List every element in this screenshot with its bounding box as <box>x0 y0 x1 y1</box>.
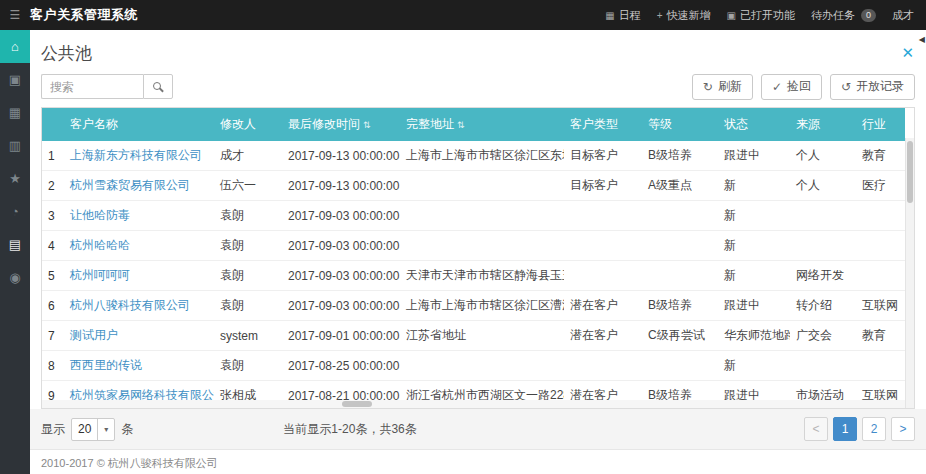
cell: 2017-09-03 00:00:00 <box>282 261 400 291</box>
vertical-scrollbar-thumb[interactable] <box>907 141 913 203</box>
sidebar-item-tools[interactable]: ★ <box>0 162 30 195</box>
column-header-level[interactable]: 等级 <box>642 108 718 141</box>
address-header-label: 完整地址 <box>406 117 454 131</box>
table-row: 7测试用户system2017-09-01 00:00:00江苏省地址潜在客户C… <box>42 321 905 351</box>
home-icon: ⌂ <box>11 39 19 54</box>
topbar-item-label: 已打开功能 <box>740 8 795 23</box>
name-header-label: 客户名称 <box>70 117 118 131</box>
prev-page-button[interactable]: < <box>804 417 828 441</box>
customer-name-link[interactable]: 测试用户 <box>70 328 118 342</box>
customer-name-cell: 杭州哈哈哈 <box>64 231 214 261</box>
search-input[interactable] <box>41 74 143 99</box>
customer-name-cell: 西西里的传说 <box>64 351 214 381</box>
cell: 新 <box>718 171 790 201</box>
next-page-button[interactable]: > <box>891 417 915 441</box>
cell: 新 <box>718 261 790 291</box>
open-records-button[interactable]: ↺开放记录 <box>830 74 915 100</box>
page-size-select[interactable]: 20 ▾ <box>71 418 115 441</box>
customer-name-link[interactable]: 上海新东方科技有限公司 <box>70 148 202 162</box>
horizontal-scrollbar-thumb[interactable] <box>342 401 372 407</box>
topbar-item-label: 成才 <box>892 8 914 23</box>
cell <box>564 201 642 231</box>
customer-name-link[interactable]: 杭州雪森贸易有限公司 <box>70 178 190 192</box>
sidebar-item-calendar[interactable]: ▦ <box>0 96 30 129</box>
close-icon[interactable]: ✕ <box>901 44 914 62</box>
cell: 医疗 <box>856 171 905 201</box>
customer-name-cell: 让他哈防毒 <box>64 201 214 231</box>
cell: 互联网 <box>856 291 905 321</box>
table-scroll-area: 客户名称修改人最后修改时间⇅完整地址⇅客户类型等级状态来源行业 1上海新东方科技… <box>42 108 905 408</box>
customer-name-link[interactable]: 让他哈防毒 <box>70 208 130 222</box>
cell: 目标客户 <box>564 171 642 201</box>
refresh-icon: ↻ <box>703 80 713 94</box>
cell <box>856 231 905 261</box>
page-button-2[interactable]: 2 <box>862 417 886 441</box>
cell: 2017-09-03 00:00:00 <box>282 231 400 261</box>
topbar-item-user[interactable]: 成才 <box>892 8 914 23</box>
column-header-name[interactable]: 客户名称 <box>64 108 214 141</box>
hamburger-icon[interactable]: ☰ <box>0 8 30 22</box>
cell <box>400 171 564 201</box>
refresh-label: 刷新 <box>718 78 742 95</box>
topbar-item-quick-add[interactable]: +快速新增 <box>657 8 711 23</box>
modifier-header-label: 修改人 <box>220 117 256 131</box>
topbar-item-opened-features[interactable]: ▣已打开功能 <box>727 8 795 23</box>
sidebar-item-orders[interactable]: ▥ <box>0 129 30 162</box>
search-button[interactable] <box>143 74 173 99</box>
cell: A级重点 <box>642 171 718 201</box>
customer-name-link[interactable]: 杭州八骏科技有限公司 <box>70 298 190 312</box>
sidebar-item-customers[interactable]: ◉ <box>0 261 30 294</box>
column-header-customer-type[interactable]: 客户类型 <box>564 108 642 141</box>
cell: 个人 <box>790 141 856 171</box>
cell <box>564 351 642 381</box>
customer-type-header-label: 客户类型 <box>570 117 618 131</box>
cell: 个人 <box>790 171 856 201</box>
column-header-address[interactable]: 完整地址⇅ <box>400 108 564 141</box>
cell: 新 <box>718 231 790 261</box>
refresh-button[interactable]: ↻刷新 <box>692 74 753 100</box>
panel-header: 公共池 ✕ <box>30 30 926 66</box>
collapse-left-icon[interactable]: ◀ <box>919 35 925 44</box>
sidebar-item-home[interactable]: ⌂ <box>0 30 30 63</box>
cell: 2017-08-25 00:00:00 <box>282 351 400 381</box>
cell <box>790 201 856 231</box>
cell <box>642 351 718 381</box>
table-row: 5杭州呵呵呵袁朗2017-09-03 00:00:00天津市天津市市辖区静海县玉… <box>42 261 905 291</box>
cell: 2017-09-03 00:00:00 <box>282 291 400 321</box>
sidebar-item-history[interactable]: ◔ <box>0 195 30 228</box>
cell: 跟进中 <box>718 291 790 321</box>
list-icon: ▤ <box>9 237 21 252</box>
cell: B级培养 <box>642 291 718 321</box>
topbar-item-todo-tasks[interactable]: 待办任务0 <box>811 8 876 23</box>
cell: 天津市天津市市辖区静海县玉玉你故意 <box>400 261 564 291</box>
sidebar-item-pool[interactable]: ▤ <box>0 228 30 261</box>
pick-back-button[interactable]: ✓捡回 <box>761 74 822 100</box>
topbar-item-schedule[interactable]: ▦日程 <box>605 8 640 23</box>
sort-icon: ⇅ <box>457 120 465 130</box>
cell: 新 <box>718 351 790 381</box>
column-header-modifier[interactable]: 修改人 <box>214 108 282 141</box>
cell: B级培养 <box>642 141 718 171</box>
column-header-modified-time[interactable]: 最后修改时间⇅ <box>282 108 400 141</box>
page-button-1[interactable]: 1 <box>833 417 857 441</box>
users-icon: ◉ <box>9 270 20 285</box>
page-title: 公共池 <box>41 42 92 65</box>
page-size-label: 显示 <box>41 421 65 438</box>
customer-name-cell: 上海新东方科技有限公司 <box>64 141 214 171</box>
vertical-scrollbar[interactable] <box>905 138 914 408</box>
sidebar-item-dashboard[interactable]: ▣ <box>0 63 30 96</box>
modified-time-header-label: 最后修改时间 <box>288 117 360 131</box>
customer-name-link[interactable]: 杭州哈哈哈 <box>70 238 130 252</box>
cell: 2017-09-01 00:00:00 <box>282 321 400 351</box>
customer-name-link[interactable]: 杭州呵呵呵 <box>70 268 130 282</box>
cell: 上海市上海市市辖区徐汇区漕溪路23号 <box>400 291 564 321</box>
column-header-industry[interactable]: 行业 <box>856 108 905 141</box>
cell <box>642 201 718 231</box>
cell <box>642 231 718 261</box>
column-header-source[interactable]: 来源 <box>790 108 856 141</box>
row-number: 6 <box>42 291 64 321</box>
column-header-status[interactable]: 状态 <box>718 108 790 141</box>
row-number: 8 <box>42 351 64 381</box>
customer-name-link[interactable]: 西西里的传说 <box>70 358 142 372</box>
horizontal-scrollbar[interactable] <box>42 400 905 408</box>
